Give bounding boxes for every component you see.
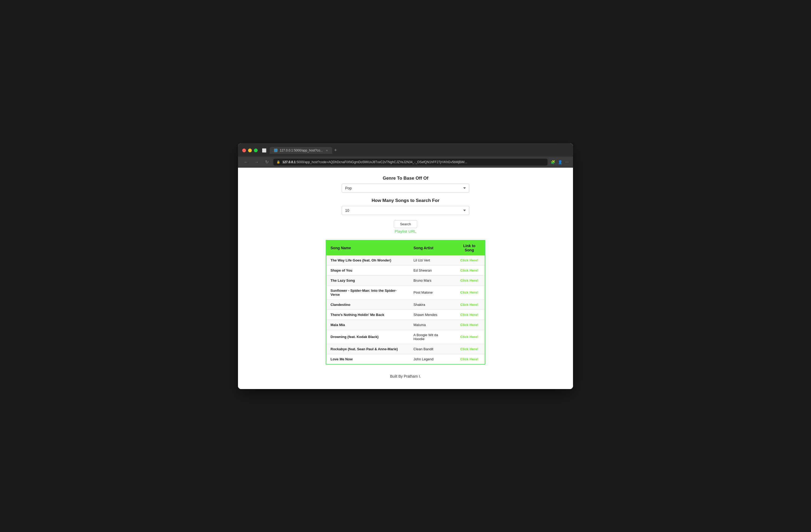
reload-button[interactable]: ↻ xyxy=(263,159,270,165)
song-artist-cell: Maluma xyxy=(409,320,454,330)
song-name-cell: Drowning (feat. Kodak Black) xyxy=(326,330,409,344)
song-link-cell: Click Here! xyxy=(454,320,485,330)
toolbar-actions: 🧩 👤 ⋯ xyxy=(551,160,569,164)
song-artist-cell: A Boogie Wit da Hoodie xyxy=(409,330,454,344)
table-header-row: Song Name Song Artist Link to Song xyxy=(326,240,485,255)
song-name-cell: Sunflower - Spider-Man: Into the Spider-… xyxy=(326,285,409,299)
song-link-button[interactable]: Click Here! xyxy=(460,268,478,272)
song-link-button[interactable]: Click Here! xyxy=(460,303,478,307)
song-name-cell: Rockabye (feat. Sean Paul & Anne-Marie) xyxy=(326,344,409,354)
table-row: Sunflower - Spider-Man: Into the Spider-… xyxy=(326,285,485,299)
address-bar[interactable]: 🔒 127.0.0.1:5000/app_host?code=AQDhDcnaF… xyxy=(273,159,548,166)
song-artist-cell: Shakira xyxy=(409,299,454,310)
song-link-cell: Click Here! xyxy=(454,285,485,299)
tab-close-button[interactable]: × xyxy=(326,149,327,152)
table-header: Song Name Song Artist Link to Song xyxy=(326,240,485,255)
song-artist-cell: Shawn Mendes xyxy=(409,310,454,320)
table-row: Shape of YouEd SheeranClick Here! xyxy=(326,265,485,275)
table-row: ClandestinoShakiraClick Here! xyxy=(326,299,485,310)
song-name-cell: The Lazy Song xyxy=(326,275,409,285)
new-tab-button[interactable]: + xyxy=(334,147,337,153)
search-button[interactable]: Search xyxy=(394,220,417,228)
song-name-cell: The Way Life Goes (feat. Oh Wonder) xyxy=(326,255,409,265)
song-artist-cell: John Legend xyxy=(409,354,454,364)
genre-dropdown-wrapper: Pop Rock Hip Hop Jazz Classical Electron… xyxy=(342,184,469,193)
song-link-cell: Click Here! xyxy=(454,299,485,310)
extensions-icon[interactable]: 🧩 xyxy=(551,160,555,164)
table-row: The Lazy SongBruno MarsClick Here! xyxy=(326,275,485,285)
table-row: Drowning (feat. Kodak Black)A Boogie Wit… xyxy=(326,330,485,344)
song-artist-cell: Ed Sheeran xyxy=(409,265,454,275)
song-link-button[interactable]: Click Here! xyxy=(460,313,478,317)
minimize-button[interactable] xyxy=(248,148,252,152)
song-artist-cell: Clean Bandit xyxy=(409,344,454,354)
song-name-cell: Love Me Now xyxy=(326,354,409,364)
song-name-cell: Mala Mía xyxy=(326,320,409,330)
song-artist-cell: Lil Uzi Vert xyxy=(409,255,454,265)
page-content: Genre To Base Off Of Pop Rock Hip Hop Ja… xyxy=(238,168,573,389)
genre-label: Genre To Base Off Of xyxy=(243,176,568,181)
song-link-cell: Click Here! xyxy=(454,330,485,344)
profile-icon[interactable]: 👤 xyxy=(558,160,562,164)
song-link-cell: Click Here! xyxy=(454,310,485,320)
song-link-button[interactable]: Click Here! xyxy=(460,347,478,351)
song-link-button[interactable]: Click Here! xyxy=(460,279,478,282)
back-button[interactable]: ← xyxy=(242,159,250,165)
song-link-button[interactable]: Click Here! xyxy=(460,335,478,339)
maximize-button[interactable] xyxy=(254,148,258,152)
tab-favicon: 🌐 xyxy=(274,148,278,152)
url-path: :5000/app_host?code=AQDhDcnaFiXNGgmDo5lW… xyxy=(296,160,467,164)
col-song-name: Song Name xyxy=(326,240,409,255)
song-link-cell: Click Here! xyxy=(454,255,485,265)
tab-label: 127.0.0.1:5000/app_host?co... xyxy=(280,148,323,152)
table-row: Love Me NowJohn LegendClick Here! xyxy=(326,354,485,364)
song-link-button[interactable]: Click Here! xyxy=(460,258,478,262)
songs-count-dropdown-wrapper: 5 10 15 20 25 xyxy=(342,206,469,215)
tab-icon: ⬜ xyxy=(262,148,266,153)
song-link-cell: Click Here! xyxy=(454,275,485,285)
song-name-cell: Shape of You xyxy=(326,265,409,275)
table-row: Rockabye (feat. Sean Paul & Anne-Marie)C… xyxy=(326,344,485,354)
active-tab[interactable]: 🌐 127.0.0.1:5000/app_host?co... × xyxy=(270,147,332,154)
col-song-artist: Song Artist xyxy=(409,240,454,255)
browser-titlebar: ⬜ 🌐 127.0.0.1:5000/app_host?co... × + xyxy=(238,143,573,157)
songs-count-label: How Many Songs to Search For xyxy=(243,198,568,203)
browser-window: ⬜ 🌐 127.0.0.1:5000/app_host?co... × + ← … xyxy=(238,143,573,389)
song-link-cell: Click Here! xyxy=(454,265,485,275)
table-row: The Way Life Goes (feat. Oh Wonder)Lil U… xyxy=(326,255,485,265)
footer-text: Built By Pratham I. xyxy=(243,374,568,378)
menu-icon[interactable]: ⋯ xyxy=(565,160,569,164)
forward-button[interactable]: → xyxy=(253,159,260,165)
song-name-cell: Clandestino xyxy=(326,299,409,310)
table-row: There's Nothing Holdin' Me BackShawn Men… xyxy=(326,310,485,320)
song-link-button[interactable]: Click Here! xyxy=(460,323,478,327)
song-table: Song Name Song Artist Link to Song The W… xyxy=(326,240,485,364)
song-name-cell: There's Nothing Holdin' Me Back xyxy=(326,310,409,320)
song-artist-cell: Bruno Mars xyxy=(409,275,454,285)
tab-bar: 🌐 127.0.0.1:5000/app_host?co... × + xyxy=(270,147,569,154)
traffic-lights xyxy=(242,148,258,152)
song-artist-cell: Post Malone xyxy=(409,285,454,299)
song-table-body: The Way Life Goes (feat. Oh Wonder)Lil U… xyxy=(326,255,485,364)
url-host: 127.0.0.1 xyxy=(282,160,296,164)
song-link-cell: Click Here! xyxy=(454,344,485,354)
song-link-button[interactable]: Click Here! xyxy=(460,357,478,361)
url-display: 127.0.0.1:5000/app_host?code=AQDhDcnaFiX… xyxy=(282,160,467,164)
browser-toolbar: ← → ↻ 🔒 127.0.0.1:5000/app_host?code=AQD… xyxy=(238,157,573,168)
table-row: Mala MíaMalumaClick Here! xyxy=(326,320,485,330)
col-link: Link to Song xyxy=(454,240,485,255)
song-link-button[interactable]: Click Here! xyxy=(460,291,478,294)
playlist-url-link[interactable]: Playlist URL xyxy=(243,229,568,234)
close-button[interactable] xyxy=(242,148,246,152)
lock-icon: 🔒 xyxy=(277,160,280,164)
song-link-cell: Click Here! xyxy=(454,354,485,364)
genre-dropdown[interactable]: Pop Rock Hip Hop Jazz Classical Electron… xyxy=(342,184,469,193)
songs-count-dropdown[interactable]: 5 10 15 20 25 xyxy=(342,206,469,215)
